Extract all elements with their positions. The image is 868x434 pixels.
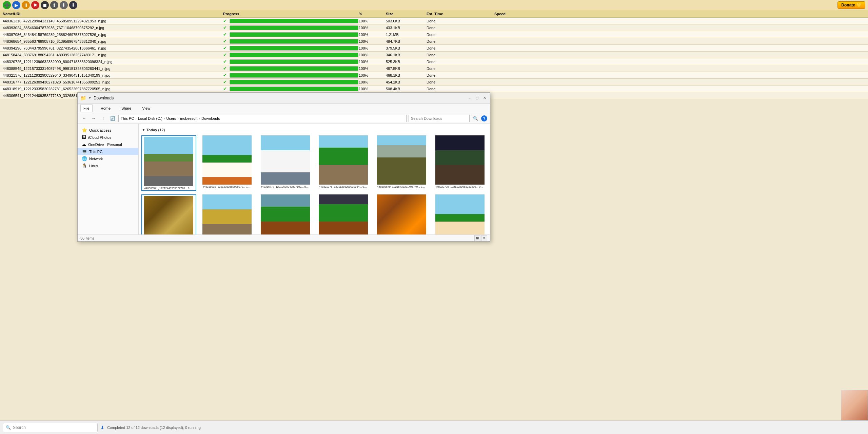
tab-home[interactable]: Home — [98, 105, 113, 112]
progress-bar — [230, 19, 358, 23]
check-icon: ✔ — [223, 32, 227, 37]
list-item[interactable]: 448316777_12212630943827102... 8_5536167… — [258, 135, 313, 191]
row-size: 503.0KB — [386, 19, 427, 23]
quick-access-icon: ⭐ — [82, 128, 87, 133]
pause-button[interactable]: ⏸ — [22, 1, 30, 9]
taskbar-search-box[interactable]: 🔍 Search — [3, 423, 98, 432]
table-row[interactable]: 448368654_965563768905710_61395896754368… — [0, 38, 868, 45]
tab-share[interactable]: Share — [119, 105, 134, 112]
add-button[interactable]: ➕ — [3, 1, 11, 9]
list-item[interactable]: 448318919_12212333582028278... 1_6265226… — [200, 135, 255, 191]
stop-button[interactable]: ✖ — [31, 1, 39, 9]
search-input[interactable] — [409, 115, 470, 122]
back-button[interactable]: ← — [80, 115, 88, 122]
down-button[interactable]: ⬇ — [60, 1, 68, 9]
row-name: 448320725_122112396632332000_80047183336… — [3, 60, 223, 64]
address-bar[interactable]: This PC › Local Disk (C:) › Users › mobe… — [118, 115, 407, 122]
row-name: 448361316_422120904131149_45585095122943… — [3, 19, 223, 23]
close-button[interactable]: ✕ — [482, 95, 487, 101]
row-pct: 100% — [359, 19, 386, 23]
list-item[interactable]: 448321376_12211293290032964... 0_3349043… — [316, 135, 371, 191]
list-item[interactable]: 448320725_12211239663233200... 0_8004718… — [432, 135, 487, 191]
row-est: Done — [427, 26, 494, 30]
view-buttons: ⊞ ≡ — [474, 235, 487, 241]
tab-view[interactable]: View — [139, 105, 153, 112]
table-row[interactable]: 448361316_422120904131149_45585095122943… — [0, 18, 868, 24]
check-icon: ✔ — [223, 45, 227, 51]
list-item[interactable]: 448397086_343484158769289_25882469753750… — [316, 194, 371, 234]
search-go-button[interactable]: 🔍 — [472, 115, 479, 122]
up-button[interactable]: ⬆ — [50, 1, 58, 9]
table-row[interactable]: 448316777_122126309438271028_55361674165… — [0, 79, 868, 86]
search-icon: 🔍 — [6, 425, 11, 430]
table-row[interactable]: 448318919_122123335820282781_62652269788… — [0, 86, 868, 92]
up-dir-button[interactable]: ↑ — [99, 115, 107, 122]
explorer-folder-icon: 📁 — [80, 95, 86, 101]
table-row[interactable]: 448394296_763443795996761_82274354286166… — [0, 45, 868, 52]
row-size: 525.3KB — [386, 60, 427, 64]
list-item[interactable]: 448394296_763443795996761_82274354286166… — [200, 194, 255, 234]
view-list-button[interactable]: ≡ — [481, 235, 487, 241]
table-row[interactable]: 448320725_122112396632332000_80047183336… — [0, 58, 868, 65]
table-row[interactable]: 448158434_503769188654261_48039512826774… — [0, 52, 868, 58]
row-est: Done — [427, 60, 494, 64]
explorer-window: 📁 ▼ Downloads − □ ✕ File Home Share View… — [77, 92, 490, 242]
download-list: 448361316_422120904131149_45585095122943… — [0, 18, 868, 99]
minimize-button[interactable]: − — [467, 95, 472, 101]
progress-bar — [230, 46, 358, 51]
refresh-button[interactable]: 🔄 — [109, 115, 116, 122]
row-size: 468.1KB — [386, 73, 427, 77]
list-item[interactable]: 448368654_965563768905710_61395896754368… — [258, 194, 313, 234]
thumbnail-image — [261, 135, 310, 185]
list-item[interactable]: 448388549_12215733331405749... 8_9991513… — [374, 135, 429, 191]
col-speed: Speed — [494, 12, 865, 16]
row-size: 487.5KB — [386, 67, 427, 71]
sidebar-item-quick-access[interactable]: ⭐ Quick access — [78, 127, 138, 134]
progress-fill — [230, 87, 358, 91]
row-est: Done — [427, 53, 494, 57]
row-name: 448394296_763443795996761_82274354286166… — [3, 46, 223, 50]
row-est: Done — [427, 19, 494, 23]
breadcrumb-downloads: Downloads — [201, 116, 220, 120]
progress-bar — [230, 80, 358, 84]
donate-button[interactable]: Donate 💛 — [837, 1, 865, 9]
download-button[interactable]: ⬇ — [69, 1, 77, 9]
table-row[interactable]: 448397086_343484158769289_25882469753750… — [0, 31, 868, 38]
sidebar-item-onedrive[interactable]: ☁ OneDrive - Personal — [78, 141, 138, 148]
col-percent: % — [359, 12, 386, 16]
thumbnail-label: 448320725_12211239663233200... 0_8004718… — [435, 185, 485, 188]
check-icon: ✔ — [223, 86, 227, 91]
sidebar-item-thispc[interactable]: 💻 This PC — [78, 148, 138, 155]
table-row[interactable]: 448388549_122157333314057498_99915132530… — [0, 65, 868, 72]
list-item[interactable]: 448158434_50376918865426... 1_4803951282… — [141, 194, 196, 234]
forward-button[interactable]: → — [90, 115, 97, 122]
row-pct: 100% — [359, 53, 386, 57]
list-item[interactable]: 448306541_12212440935827728... 0_3326881… — [141, 135, 196, 191]
view-grid-button[interactable]: ⊞ — [474, 235, 480, 241]
sidebar-item-network[interactable]: 🌐 Network — [78, 155, 138, 162]
progress-fill — [230, 39, 358, 43]
list-item[interactable]: 448361316_422120904131149_45585095122943… — [432, 194, 487, 234]
thumbnail-image — [319, 194, 368, 234]
col-name: Name/URL — [3, 12, 223, 16]
row-pct: 100% — [359, 39, 386, 43]
progress-fill — [230, 80, 358, 84]
row-name: 448368654_965563768905710_61395896754368… — [3, 39, 223, 43]
start-button[interactable]: ▶ — [12, 1, 20, 9]
sidebar-item-icloud[interactable]: 🖼 iCloud Photos — [78, 134, 138, 141]
row-size: 379.5KB — [386, 46, 427, 50]
network-icon: 🌐 — [82, 156, 87, 161]
progress-fill — [230, 19, 358, 23]
stop2-button[interactable]: ⏹ — [41, 1, 49, 9]
table-row[interactable]: 448321376_122112932900329640_33490431515… — [0, 72, 868, 79]
breadcrumb-localdisk: Local Disk (C:) — [138, 116, 162, 120]
maximize-button[interactable]: □ — [474, 95, 480, 101]
help-button[interactable]: ? — [481, 115, 487, 121]
progress-fill — [230, 26, 358, 30]
sidebar-item-linux[interactable]: 🐧 Linux — [78, 162, 138, 169]
row-name: 448393024_385460047872936_76711046879067… — [3, 26, 223, 30]
table-row[interactable]: 448393024_385460047872936_76711046879067… — [0, 24, 868, 31]
list-item[interactable]: 448393024_385460047872936_76711046879067… — [374, 194, 429, 234]
row-pct: 100% — [359, 33, 386, 37]
tab-file[interactable]: File — [80, 105, 93, 112]
